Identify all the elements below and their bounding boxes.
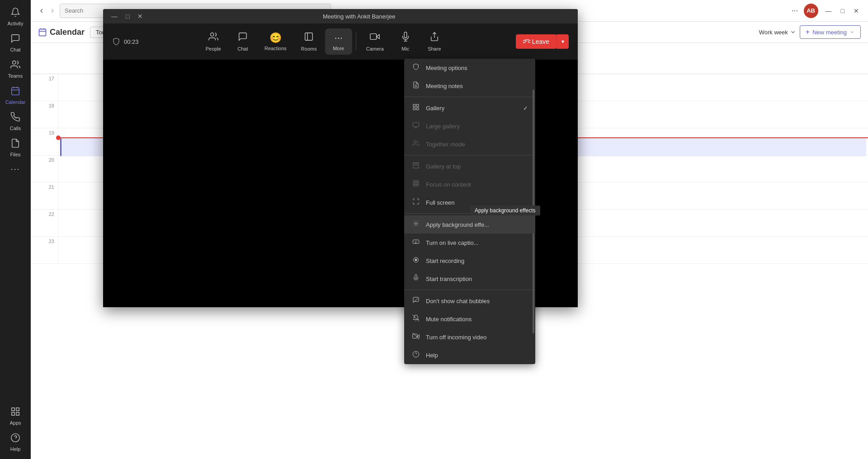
svg-rect-27: [413, 108, 415, 110]
menu-item-mute-notif-label: Mute notifications: [426, 316, 472, 323]
svg-rect-34: [413, 181, 419, 186]
menu-item-gallery[interactable]: Gallery ✓: [404, 99, 535, 117]
menu-item-together-mode: Together mode: [404, 135, 535, 153]
svg-point-15: [210, 33, 213, 36]
menu-item-chat-bubbles[interactable]: Don't show chat bubbles: [404, 292, 535, 310]
topbar-dots[interactable]: ···: [792, 6, 798, 15]
people-icon: [208, 32, 218, 44]
calls-icon: [10, 112, 20, 124]
leave-phone-icon: [523, 38, 530, 45]
menu-item-live-captions[interactable]: Turn on live captio...: [404, 234, 535, 252]
forward-icon[interactable]: [49, 7, 56, 14]
meeting-notes-icon: [411, 81, 420, 90]
close-meeting-btn[interactable]: ✕: [135, 12, 146, 21]
minimize-window-btn[interactable]: —: [824, 5, 834, 16]
menu-item-meeting-options[interactable]: Meeting options: [404, 59, 535, 77]
mic-icon: [401, 32, 410, 44]
menu-item-start-recording[interactable]: Start recording: [404, 252, 535, 270]
leave-button[interactable]: Leave: [516, 34, 557, 49]
toolbar-divider: [356, 33, 356, 51]
sidebar-item-more[interactable]: ···: [0, 161, 31, 178]
share-button[interactable]: Share: [421, 28, 448, 55]
sidebar-item-teams[interactable]: Teams: [0, 56, 31, 82]
full-screen-icon: [411, 198, 420, 207]
toolbar-left: 00:23: [112, 37, 139, 46]
sidebar-item-activity[interactable]: Activity: [0, 4, 31, 30]
svg-rect-18: [370, 34, 377, 40]
meeting-options-icon: [411, 63, 420, 72]
svg-rect-28: [413, 122, 419, 126]
calendar-title: Calendar: [50, 28, 85, 37]
workweek-label: Work week: [759, 29, 788, 36]
people-button[interactable]: People: [199, 28, 227, 55]
menu-item-gallery-label: Gallery: [426, 105, 444, 112]
leave-dropdown-btn[interactable]: ▾: [557, 34, 569, 49]
sidebar-item-apps[interactable]: Apps: [0, 403, 31, 429]
activity-icon: [10, 7, 20, 19]
maximize-window-btn[interactable]: □: [839, 5, 846, 16]
time-label-23: 23: [31, 237, 58, 263]
sidebar-item-help[interactable]: Help: [0, 429, 31, 455]
meeting-title: Meeting with Ankit Banerjee: [146, 13, 572, 20]
sidebar-item-calendar-label: Calendar: [5, 99, 26, 105]
close-window-btn[interactable]: ✕: [852, 5, 861, 16]
menu-item-focus-content: Focus on content: [404, 175, 535, 193]
reactions-label: Reactions: [264, 46, 287, 51]
menu-item-mute-notif[interactable]: Mute notifications: [404, 310, 535, 328]
reactions-button[interactable]: 😊 Reactions: [258, 28, 293, 55]
avatar: AB: [804, 4, 818, 18]
menu-item-background[interactable]: Apply background effe...: [404, 215, 535, 234]
menu-item-help[interactable]: Help: [404, 346, 535, 364]
menu-item-together-mode-label: Together mode: [426, 141, 465, 148]
chevron-down-new-meeting-icon: [849, 29, 855, 35]
meeting-toolbar: 00:23 People Chat 😊 Reactions: [103, 23, 578, 60]
menu-item-large-gallery-label: Large gallery: [426, 123, 460, 130]
svg-rect-32: [413, 163, 419, 164]
chat-meeting-icon: [238, 32, 248, 44]
time-label-20: 20: [31, 155, 58, 182]
time-label-22: 22: [31, 210, 58, 236]
sidebar-item-teams-label: Teams: [8, 73, 23, 79]
time-label-17: 17: [31, 74, 58, 101]
background-icon: [411, 220, 420, 229]
sidebar-item-calendar[interactable]: Calendar: [0, 82, 31, 108]
maximize-meeting-btn[interactable]: □: [123, 12, 132, 21]
workweek-button[interactable]: Work week: [759, 29, 796, 36]
new-meeting-button[interactable]: + New meeting: [800, 25, 861, 39]
svg-rect-7: [16, 412, 19, 415]
time-label-18: 18: [31, 101, 58, 128]
back-icon[interactable]: [38, 7, 45, 14]
menu-item-start-transcription[interactable]: Start transcription: [404, 270, 535, 288]
menu-item-incoming-video[interactable]: Turn off incoming video: [404, 328, 535, 346]
mic-label: Mic: [401, 46, 409, 52]
sidebar-item-files[interactable]: Files: [0, 135, 31, 161]
menu-item-live-captions-label: Turn on live captio...: [426, 239, 479, 246]
sidebar-item-chat[interactable]: Chat: [0, 30, 31, 56]
svg-rect-1: [12, 88, 19, 95]
svg-rect-5: [12, 408, 14, 411]
more-nav-icon: ···: [10, 164, 20, 174]
camera-icon: [370, 32, 380, 44]
mic-button[interactable]: Mic: [392, 28, 419, 55]
together-mode-icon: [411, 140, 420, 149]
svg-rect-8: [12, 412, 14, 415]
more-button[interactable]: ··· More: [325, 28, 352, 55]
menu-item-meeting-notes[interactable]: Meeting notes: [404, 77, 535, 95]
live-captions-icon: [411, 238, 420, 247]
teams-icon: [10, 60, 20, 72]
menu-item-incoming-video-label: Turn off incoming video: [426, 334, 486, 341]
meeting-timer: 00:23: [124, 38, 139, 45]
titlebar-controls: — □ ✕: [108, 12, 146, 21]
separator-2: [404, 155, 535, 155]
minimize-meeting-btn[interactable]: —: [108, 12, 120, 21]
toolbar-center: People Chat 😊 Reactions Rooms ··· Mor: [141, 28, 507, 55]
meeting-titlebar: — □ ✕ Meeting with Ankit Banerjee: [103, 9, 578, 23]
sidebar-item-calls[interactable]: Calls: [0, 108, 31, 135]
chat-meeting-button[interactable]: Chat: [229, 28, 256, 55]
shield-meeting-icon: [112, 37, 120, 46]
rooms-button[interactable]: Rooms: [295, 28, 323, 55]
menu-item-full-screen[interactable]: Full screen: [404, 193, 535, 211]
more-menu: Meeting options Meeting notes Gallery ✓ …: [404, 59, 535, 364]
camera-button[interactable]: Camera: [360, 28, 390, 55]
separator-3: [404, 213, 535, 214]
